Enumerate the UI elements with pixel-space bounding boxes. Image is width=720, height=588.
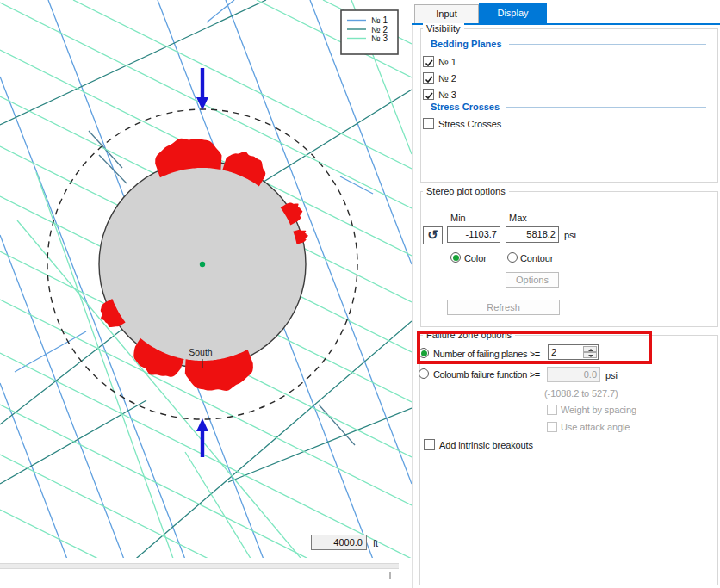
tab-display[interactable]: Display xyxy=(479,3,547,23)
max-label: Max xyxy=(509,213,527,223)
checkbox-weight-by-spacing-label: Weight by spacing xyxy=(561,405,636,415)
legend-label: № 1 xyxy=(371,15,388,25)
radio-color[interactable] xyxy=(450,252,461,263)
bedding-plane-line xyxy=(185,452,257,568)
legend-label: № 2 xyxy=(371,25,388,34)
scale-value-box[interactable]: 4000.0 xyxy=(311,535,367,550)
stereo-plot-svg: South№ 1№ 2№ 3 xyxy=(0,0,412,588)
checkbox-use-attack-angle xyxy=(547,422,557,432)
bedding-planes-header: Bedding Planes xyxy=(431,39,706,49)
right-panel: Input Display Visibility Bedding Planes … xyxy=(412,0,720,588)
checkbox-add-intrinsic-breakouts-label: Add intrinsic breakouts xyxy=(439,440,533,450)
stereo-plot-area: South№ 1№ 2№ 3 4000.0 ft xyxy=(0,0,412,588)
check-icon xyxy=(424,90,435,102)
radio-contour-label: Contour xyxy=(520,253,553,263)
bedding-plane-line xyxy=(0,455,227,568)
checkbox-stress-crosses[interactable] xyxy=(423,118,434,129)
stress-arrow-head xyxy=(196,97,208,110)
undo-button[interactable]: ↺ xyxy=(423,226,443,244)
radio-coloumb[interactable] xyxy=(419,368,429,379)
legend-label: № 3 xyxy=(371,34,388,43)
radio-coloumb-label: Coloumb failure function >= xyxy=(433,369,540,380)
checkbox-add-intrinsic-breakouts[interactable] xyxy=(424,439,435,450)
radio-contour[interactable] xyxy=(507,252,518,263)
legend-box xyxy=(341,10,398,54)
checkbox-bedding-3-label: № 3 xyxy=(438,90,456,100)
check-icon xyxy=(424,58,435,69)
psi-unit-label: psi xyxy=(564,230,576,240)
bedding-planes-header-text: Bedding Planes xyxy=(431,39,502,49)
bedding-plane-line xyxy=(319,405,355,445)
panel-left-border xyxy=(412,25,413,588)
checkbox-stress-crosses-label: Stress Crosses xyxy=(438,119,501,129)
checkbox-bedding-1-label: № 1 xyxy=(438,57,456,67)
max-field[interactable]: 5818.2 xyxy=(506,226,559,243)
min-field[interactable]: -1103.7 xyxy=(447,226,500,243)
radio-color-label: Color xyxy=(464,253,487,263)
stereo-options-group-label: Stereo plot options xyxy=(423,186,509,196)
check-icon xyxy=(424,74,435,85)
bedding-planes-header-line xyxy=(509,44,706,45)
stress-crosses-header-line xyxy=(506,107,706,108)
checkbox-bedding-1[interactable] xyxy=(423,56,434,67)
bedding-plane-line xyxy=(0,0,266,125)
tab-input[interactable]: Input xyxy=(414,4,479,23)
wellbore-center-dot xyxy=(200,262,205,267)
options-button[interactable]: Options xyxy=(506,272,559,288)
stress-arrow-head xyxy=(196,418,208,431)
bedding-plane-line xyxy=(0,383,71,568)
bedding-plane-line xyxy=(0,405,327,568)
bedding-plane-line xyxy=(0,510,117,568)
checkbox-weight-by-spacing xyxy=(547,405,557,415)
coloumb-range-hint: (-1088.2 to 527.7) xyxy=(544,388,618,399)
refresh-button[interactable]: Refresh xyxy=(447,300,560,315)
min-label: Min xyxy=(450,213,466,223)
failure-highlight-rect xyxy=(417,331,652,364)
visibility-group-label: Visibility xyxy=(423,23,464,34)
scale-unit-label: ft xyxy=(373,538,378,548)
stress-crosses-header-text: Stress Crosses xyxy=(431,102,500,112)
checkbox-bedding-3[interactable] xyxy=(423,89,434,100)
bedding-plane-line xyxy=(228,408,412,482)
checkbox-bedding-2[interactable] xyxy=(423,72,434,84)
stress-crosses-header: Stress Crosses xyxy=(431,102,706,112)
south-label: South xyxy=(189,347,213,357)
coloumb-field: 0.0 xyxy=(547,367,600,382)
checkbox-bedding-2-label: № 2 xyxy=(438,73,456,84)
bedding-plane-line xyxy=(99,155,127,183)
resize-grip xyxy=(389,572,391,579)
bedding-plane-line xyxy=(340,176,373,194)
horizontal-scrollbar[interactable] xyxy=(0,563,399,569)
checkbox-use-attack-angle-label: Use attack angle xyxy=(561,422,630,432)
coloumb-psi-label: psi xyxy=(605,370,618,381)
